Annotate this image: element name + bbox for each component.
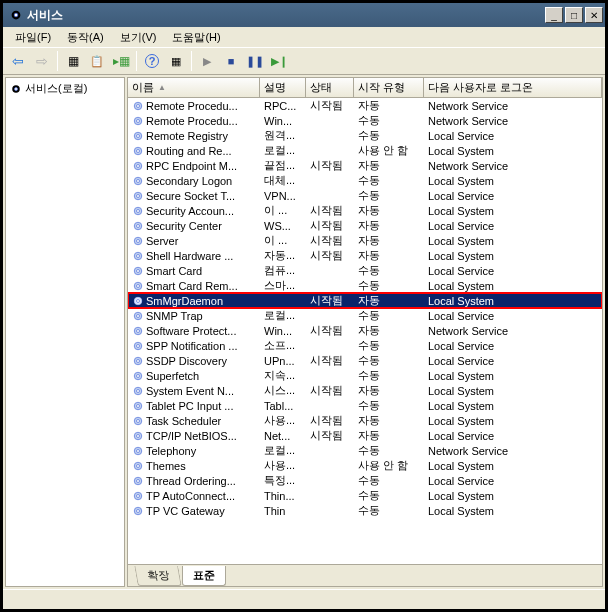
- service-row[interactable]: Task Scheduler사용...시작됨자동Local System: [128, 413, 602, 428]
- menu-action[interactable]: 동작(A): [59, 28, 112, 47]
- titlebar[interactable]: 서비스 _ □ ✕: [3, 3, 605, 27]
- col-header-start-type[interactable]: 시작 유형: [354, 78, 424, 97]
- service-status: 시작됨: [306, 203, 354, 218]
- service-status: 시작됨: [306, 413, 354, 428]
- service-name: SPP Notification ...: [146, 340, 238, 352]
- list-body[interactable]: Remote Procedu...RPC...시작됨자동Network Serv…: [128, 98, 602, 564]
- service-row[interactable]: Tablet PC Input ...Tabl...수동Local System: [128, 398, 602, 413]
- service-name: Tablet PC Input ...: [146, 400, 233, 412]
- service-row[interactable]: Security CenterWS...시작됨자동Local Service: [128, 218, 602, 233]
- service-row[interactable]: Secondary Logon대체...수동Local System: [128, 173, 602, 188]
- service-desc: Thin: [260, 505, 306, 517]
- service-row[interactable]: SNMP Trap로컬...수동Local Service: [128, 308, 602, 323]
- menu-file[interactable]: 파일(F): [7, 28, 59, 47]
- tab-standard[interactable]: 표준: [182, 566, 226, 586]
- service-row[interactable]: Smart Card컴퓨...수동Local Service: [128, 263, 602, 278]
- service-name: Shell Hardware ...: [146, 250, 233, 262]
- service-status: 시작됨: [306, 248, 354, 263]
- minimize-button[interactable]: _: [545, 7, 563, 23]
- menu-view[interactable]: 보기(V): [112, 28, 165, 47]
- maximize-button[interactable]: □: [565, 7, 583, 23]
- service-name: Remote Procedu...: [146, 115, 238, 127]
- service-row[interactable]: Shell Hardware ...자동...시작됨자동Local System: [128, 248, 602, 263]
- service-row[interactable]: TCP/IP NetBIOS...Net...시작됨자동Local Servic…: [128, 428, 602, 443]
- service-row[interactable]: TP AutoConnect...Thin...수동Local System: [128, 488, 602, 503]
- service-logon: Local Service: [424, 265, 602, 277]
- service-row[interactable]: Superfetch지속...수동Local System: [128, 368, 602, 383]
- service-row[interactable]: Routing and Re...로컬...사용 안 함Local System: [128, 143, 602, 158]
- close-button[interactable]: ✕: [585, 7, 603, 23]
- service-status: 시작됨: [306, 218, 354, 233]
- gear-icon: [132, 385, 144, 397]
- service-desc: Thin...: [260, 490, 306, 502]
- service-name: Security Center: [146, 220, 222, 232]
- service-logon: Network Service: [424, 325, 602, 337]
- service-start-type: 수동: [354, 398, 424, 413]
- service-desc: 대체...: [260, 173, 306, 188]
- view-tabs: 확장 표준: [128, 564, 602, 586]
- gear-icon: [132, 280, 144, 292]
- col-header-status[interactable]: 상태: [306, 78, 354, 97]
- service-start-type: 사용 안 함: [354, 143, 424, 158]
- service-start-type: 자동: [354, 233, 424, 248]
- service-row[interactable]: RPC Endpoint M...끝점...시작됨자동Network Servi…: [128, 158, 602, 173]
- service-row[interactable]: Themes사용...사용 안 함Local System: [128, 458, 602, 473]
- back-button[interactable]: ⇦: [7, 50, 29, 72]
- stop-button[interactable]: ■: [220, 50, 242, 72]
- help-button[interactable]: ?: [141, 50, 163, 72]
- service-start-type: 사용 안 함: [354, 458, 424, 473]
- col-header-name[interactable]: 이름▲: [128, 78, 260, 97]
- menu-help[interactable]: 도움말(H): [164, 28, 228, 47]
- pause-button[interactable]: ❚❚: [244, 50, 266, 72]
- service-name: TP VC Gateway: [146, 505, 225, 517]
- tree-pane[interactable]: 서비스(로컬): [5, 77, 125, 587]
- gear-icon: [132, 190, 144, 202]
- gear-icon: [132, 430, 144, 442]
- service-row[interactable]: Security Accoun...이 ...시작됨자동Local System: [128, 203, 602, 218]
- service-row[interactable]: SSDP DiscoveryUPn...시작됨수동Local Service: [128, 353, 602, 368]
- show-hide-button[interactable]: ▦: [62, 50, 84, 72]
- service-row[interactable]: Telephony로컬...수동Network Service: [128, 443, 602, 458]
- service-row[interactable]: Server이 ...시작됨자동Local System: [128, 233, 602, 248]
- col-header-desc[interactable]: 설명: [260, 78, 306, 97]
- service-logon: Local System: [424, 490, 602, 502]
- service-logon: Local Service: [424, 430, 602, 442]
- properties-button[interactable]: 📋: [86, 50, 108, 72]
- service-row[interactable]: Remote Registry원격...수동Local Service: [128, 128, 602, 143]
- service-logon: Local System: [424, 505, 602, 517]
- service-logon: Local Service: [424, 340, 602, 352]
- gear-icon: [132, 265, 144, 277]
- tree-root-services[interactable]: 서비스(로컬): [8, 80, 122, 97]
- gear-icon: [132, 175, 144, 187]
- service-desc: 사용...: [260, 413, 306, 428]
- service-row[interactable]: Remote Procedu...Win...수동Network Service: [128, 113, 602, 128]
- menubar: 파일(F) 동작(A) 보기(V) 도움말(H): [3, 27, 605, 47]
- service-row[interactable]: SPP Notification ...소프...수동Local Service: [128, 338, 602, 353]
- service-status: 시작됨: [306, 293, 354, 308]
- service-name: RPC Endpoint M...: [146, 160, 237, 172]
- service-name: Security Accoun...: [146, 205, 234, 217]
- forward-button[interactable]: ⇨: [31, 50, 53, 72]
- export-button[interactable]: ▸▦: [110, 50, 132, 72]
- refresh-button[interactable]: ▦: [165, 50, 187, 72]
- tab-extended[interactable]: 확장: [134, 566, 182, 586]
- service-row[interactable]: TP VC GatewayThin수동Local System: [128, 503, 602, 518]
- service-desc: 소프...: [260, 338, 306, 353]
- restart-button[interactable]: ▶❙: [268, 50, 290, 72]
- gear-icon: [132, 460, 144, 472]
- col-header-logon[interactable]: 다음 사용자로 로그온: [424, 78, 602, 97]
- service-status: 시작됨: [306, 353, 354, 368]
- service-row[interactable]: System Event N...시스...시작됨자동Local System: [128, 383, 602, 398]
- service-row[interactable]: Remote Procedu...RPC...시작됨자동Network Serv…: [128, 98, 602, 113]
- service-row[interactable]: SmMgrDaemon시작됨자동Local System: [128, 293, 602, 308]
- service-row[interactable]: Thread Ordering...특정...수동Local Service: [128, 473, 602, 488]
- service-row[interactable]: Secure Socket T...VPN...수동Local Service: [128, 188, 602, 203]
- start-button[interactable]: ▶: [196, 50, 218, 72]
- service-start-type: 자동: [354, 158, 424, 173]
- service-row[interactable]: Software Protect...Win...시작됨자동Network Se…: [128, 323, 602, 338]
- gear-icon: [132, 205, 144, 217]
- service-start-type: 수동: [354, 263, 424, 278]
- service-row[interactable]: Smart Card Rem...스마...수동Local System: [128, 278, 602, 293]
- service-logon: Local Service: [424, 220, 602, 232]
- service-logon: Local System: [424, 205, 602, 217]
